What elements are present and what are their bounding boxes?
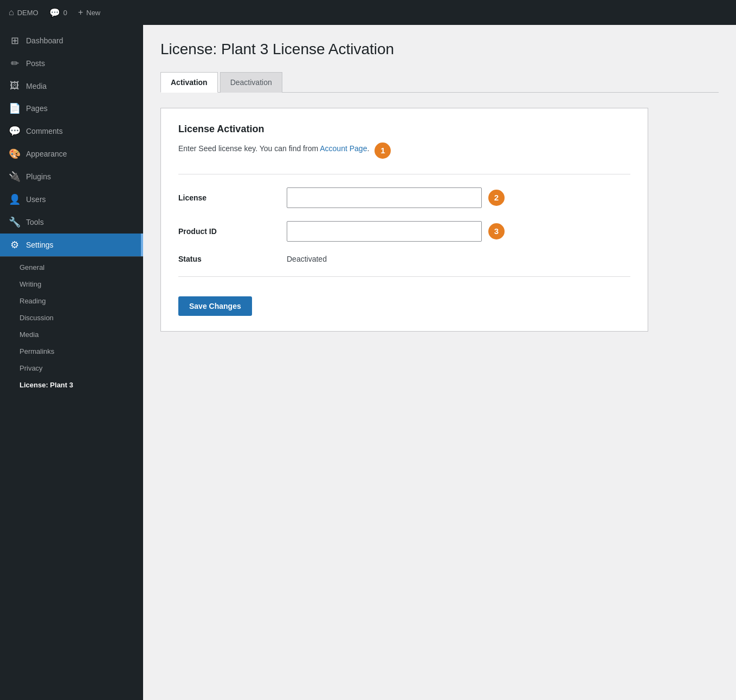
form-section-title: License Activation — [178, 124, 630, 135]
sidebar-submenu-media[interactable]: Media — [0, 326, 143, 343]
appearance-icon: 🎨 — [9, 148, 21, 160]
sidebar-item-posts[interactable]: ✏ Posts — [0, 52, 143, 75]
comments-icon: 💬 — [9, 125, 21, 137]
topbar-new[interactable]: + New — [78, 8, 100, 17]
form-row-product-id: Product ID 3 — [178, 221, 630, 242]
topbar-site-name: DEMO — [17, 9, 38, 17]
sidebar-item-posts-label: Posts — [26, 59, 45, 68]
home-icon: ⌂ — [9, 8, 14, 17]
users-icon: 👤 — [9, 193, 21, 205]
main-layout: ⊞ Dashboard ✏ Posts 🖼 Media 📄 Pages 💬 Co… — [0, 25, 736, 700]
sidebar-submenu-license-plant3[interactable]: License: Plant 3 — [0, 377, 143, 393]
save-changes-button[interactable]: Save Changes — [178, 296, 252, 316]
account-page-link[interactable]: Account Page — [320, 144, 367, 153]
sidebar-submenu-permalinks[interactable]: Permalinks — [0, 343, 143, 360]
sidebar-item-pages[interactable]: 📄 Pages — [0, 97, 143, 120]
sidebar-item-media[interactable]: 🖼 Media — [0, 75, 143, 97]
product-id-label: Product ID — [178, 227, 287, 236]
topbar-new-label: New — [86, 9, 100, 17]
form-row-status: Status Deactivated — [178, 255, 630, 263]
badge-1: 1 — [375, 142, 391, 159]
sidebar-submenu-general[interactable]: General — [0, 259, 143, 276]
sidebar: ⊞ Dashboard ✏ Posts 🖼 Media 📄 Pages 💬 Co… — [0, 25, 143, 700]
status-value: Deactivated — [287, 255, 327, 263]
license-label: License — [178, 193, 287, 202]
topbar-comments-count: 0 — [63, 9, 67, 17]
form-card: License Activation Enter Seed license ke… — [160, 108, 648, 332]
sidebar-item-tools[interactable]: 🔧 Tools — [0, 211, 143, 234]
comment-icon: 💬 — [49, 8, 60, 18]
sidebar-item-users[interactable]: 👤 Users — [0, 188, 143, 211]
sidebar-item-settings[interactable]: ⚙ Settings — [0, 234, 143, 256]
sidebar-item-appearance[interactable]: 🎨 Appearance — [0, 142, 143, 165]
sidebar-item-plugins[interactable]: 🔌 Plugins — [0, 165, 143, 188]
tools-icon: 🔧 — [9, 216, 21, 228]
sidebar-item-dashboard-label: Dashboard — [26, 36, 63, 45]
posts-icon: ✏ — [9, 57, 21, 69]
license-input-wrap: 2 — [287, 187, 630, 208]
settings-icon: ⚙ — [9, 239, 21, 251]
badge-3: 3 — [488, 223, 505, 239]
settings-submenu: General Writing Reading Discussion Media… — [0, 256, 143, 393]
sidebar-item-comments-label: Comments — [26, 127, 63, 135]
sidebar-submenu-privacy[interactable]: Privacy — [0, 360, 143, 377]
form-divider — [178, 174, 630, 174]
sidebar-submenu-reading[interactable]: Reading — [0, 293, 143, 309]
sidebar-item-tools-label: Tools — [26, 218, 44, 226]
tab-activation[interactable]: Activation — [160, 72, 218, 93]
license-input[interactable] — [287, 187, 482, 208]
content-area: License: Plant 3 License Activation Acti… — [143, 25, 736, 700]
sidebar-item-appearance-label: Appearance — [26, 150, 67, 158]
topbar-home[interactable]: ⌂ DEMO — [9, 8, 38, 17]
plus-icon: + — [78, 8, 83, 17]
sidebar-item-pages-label: Pages — [26, 104, 48, 113]
page-title: License: Plant 3 License Activation — [160, 40, 719, 59]
sidebar-item-comments[interactable]: 💬 Comments — [0, 120, 143, 142]
sidebar-submenu-discussion[interactable]: Discussion — [0, 309, 143, 326]
status-label: Status — [178, 255, 287, 263]
topbar: ⌂ DEMO 💬 0 + New — [0, 0, 736, 25]
product-id-input-wrap: 3 — [287, 221, 630, 242]
sidebar-item-media-label: Media — [26, 82, 47, 90]
sidebar-item-dashboard[interactable]: ⊞ Dashboard — [0, 29, 143, 52]
sidebar-submenu-writing[interactable]: Writing — [0, 276, 143, 293]
plugins-icon: 🔌 — [9, 171, 21, 183]
tab-deactivation[interactable]: Deactivation — [220, 72, 282, 93]
pages-icon: 📄 — [9, 102, 21, 114]
topbar-comments[interactable]: 💬 0 — [49, 8, 67, 18]
form-row-license: License 2 — [178, 187, 630, 208]
product-id-input[interactable] — [287, 221, 482, 242]
form-divider-2 — [178, 276, 630, 277]
tabs: Activation Deactivation — [160, 72, 719, 93]
form-description: Enter Seed license key. You can find fro… — [178, 142, 369, 154]
badge-2: 2 — [488, 190, 505, 206]
sidebar-item-plugins-label: Plugins — [26, 172, 51, 181]
sidebar-item-users-label: Users — [26, 195, 46, 204]
dashboard-icon: ⊞ — [9, 35, 21, 47]
sidebar-item-settings-label: Settings — [26, 241, 54, 249]
media-icon: 🖼 — [9, 80, 21, 92]
